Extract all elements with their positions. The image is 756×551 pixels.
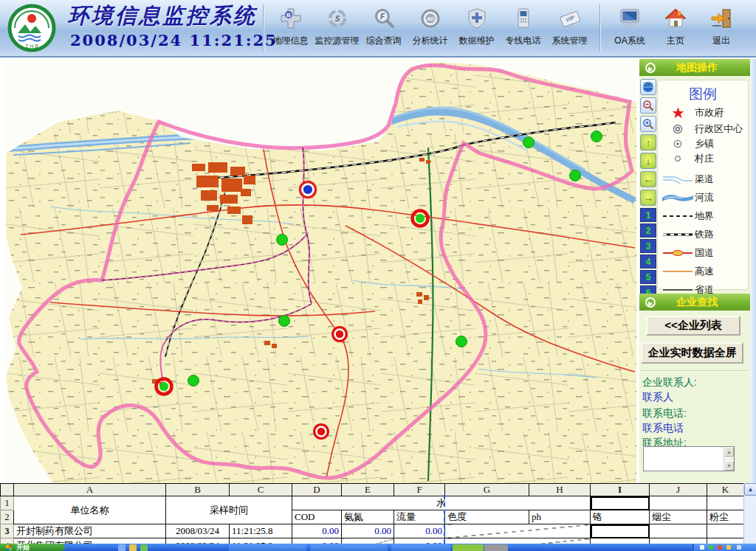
quicklaunch-icon[interactable]	[129, 544, 137, 551]
globe-tool-button[interactable]	[640, 79, 656, 95]
column-header-C[interactable]: C	[230, 484, 292, 496]
column-header-I[interactable]: I	[591, 484, 650, 496]
task-button[interactable]	[229, 544, 306, 551]
sample-time-header-cell[interactable]: 采样时间	[166, 496, 292, 524]
monitor-point-green[interactable]	[456, 336, 467, 347]
nav-item-oa-system[interactable]: OA系统	[607, 4, 653, 53]
pan-down-button[interactable]: ↓	[640, 153, 656, 169]
param-header-cr[interactable]: 铬	[591, 510, 650, 524]
unit-name-header-cell[interactable]: 单位名称	[14, 496, 166, 524]
nav-item-source-mgmt[interactable]: S 监控源管理	[314, 4, 360, 53]
zoom-level-2-button[interactable]: 2	[640, 223, 656, 238]
quicklaunch-icon[interactable]	[118, 544, 126, 551]
monitor-point-green[interactable]	[523, 137, 535, 148]
contact-address-field[interactable]: ▲ ▼	[643, 446, 735, 471]
tray-icon[interactable]	[737, 545, 741, 550]
param-header-nh3n[interactable]: 氨氮	[342, 510, 394, 524]
scroll-up-icon[interactable]: ▲	[744, 483, 756, 496]
zoom-level-4-button[interactable]: 4	[640, 254, 656, 268]
row-header-3[interactable]: 3	[1, 524, 14, 538]
realtime-data-fullscreen-button[interactable]: 企业实时数据全屏	[641, 342, 743, 364]
nav-item-exit[interactable]: 退出	[698, 4, 744, 53]
nav-item-query[interactable]: F 综合查询	[360, 4, 407, 53]
nav-item-statistics[interactable]: AD 分析统计	[407, 4, 453, 53]
no-data-cell[interactable]	[445, 524, 591, 538]
cod-value-cell[interactable]: 0.00	[292, 524, 342, 538]
pan-right-button[interactable]: →	[640, 190, 656, 206]
sample-time-cell[interactable]: 11:21:25.8	[230, 524, 292, 538]
table-cell[interactable]	[650, 496, 707, 510]
city-map[interactable]	[6, 59, 636, 483]
enterprise-list-button[interactable]: <<企业列表	[646, 316, 740, 336]
task-button-active[interactable]	[453, 544, 484, 551]
monitor-point-alarm-red[interactable]	[313, 423, 329, 440]
nav-item-geo-info[interactable]: B 地理信息	[267, 4, 314, 53]
monitor-point-green[interactable]	[591, 131, 602, 142]
tray-icon[interactable]	[718, 545, 722, 550]
param-header-flow[interactable]: 流量	[394, 510, 445, 524]
row-header-2[interactable]: 2	[1, 510, 14, 524]
map-operations-header[interactable]: ▶ 地图操作	[639, 59, 750, 76]
column-header-B[interactable]: B	[166, 484, 230, 496]
row-header-1[interactable]: 1	[1, 496, 14, 510]
zoom-level-5-button[interactable]: 5	[640, 270, 656, 284]
task-button[interactable]	[484, 544, 508, 551]
table-cell[interactable]	[707, 524, 744, 538]
monitor-point-green[interactable]	[279, 316, 290, 327]
tray-icon[interactable]	[709, 545, 713, 550]
zoom-level-1-button[interactable]: 1	[640, 208, 656, 222]
nav-item-hotline[interactable]: 专线电话	[500, 4, 546, 53]
pan-left-button[interactable]: ←	[640, 171, 656, 187]
column-header-A[interactable]: A	[14, 484, 166, 496]
param-header-ph[interactable]: ph	[529, 510, 591, 524]
water-group-header-cell[interactable]: 水	[292, 496, 591, 510]
sheet-corner-cell[interactable]	[1, 484, 14, 496]
selected-cell-I1[interactable]	[591, 496, 650, 510]
zoom-level-3-button[interactable]: 3	[640, 239, 656, 253]
monitor-point-alarm-red[interactable]	[331, 326, 348, 342]
column-header-K[interactable]: K	[707, 484, 744, 496]
column-header-J[interactable]: J	[650, 484, 707, 496]
param-header-smoke[interactable]: 烟尘	[650, 510, 707, 524]
contact-person-value[interactable]: 联系人	[642, 391, 673, 404]
textarea-scrollbar[interactable]: ▲ ▼	[724, 447, 734, 471]
nav-item-system-mgmt[interactable]: VIP 系统管理	[546, 4, 593, 53]
task-button[interactable]	[391, 544, 450, 551]
flow-value-cell[interactable]: 0.00	[394, 524, 445, 538]
window-scrollbar-track[interactable]	[750, 59, 756, 483]
monitor-point-green[interactable]	[277, 235, 288, 246]
nav-item-home[interactable]: 主页	[653, 4, 698, 53]
column-header-F[interactable]: F	[394, 484, 445, 496]
param-header-chroma[interactable]: 色度	[445, 510, 529, 524]
zoom-out-tool-button[interactable]	[640, 97, 656, 114]
monitor-point-green[interactable]	[570, 170, 581, 181]
city-government-marker[interactable]	[300, 182, 316, 198]
nav-item-data-maintenance[interactable]: 数据维护	[453, 4, 500, 53]
param-header-cod[interactable]: COD	[292, 510, 342, 524]
tray-icon[interactable]	[700, 545, 704, 550]
nh3n-value-cell[interactable]: 0.00	[342, 524, 394, 538]
tray-icon[interactable]	[726, 545, 731, 550]
column-header-G[interactable]: G	[445, 484, 529, 496]
scroll-up-icon[interactable]: ▲	[724, 447, 734, 457]
zoom-in-tool-button[interactable]	[640, 116, 656, 132]
contact-phone-value[interactable]: 联系电话	[642, 422, 684, 435]
monitor-icon	[617, 6, 642, 31]
task-button[interactable]	[310, 544, 388, 551]
enterprise-search-header[interactable]: ▶ 企业查找	[639, 294, 750, 311]
unit-name-cell[interactable]: 开封制药有限公司	[14, 524, 166, 538]
active-cell-I3[interactable]	[591, 524, 650, 538]
param-header-dust[interactable]: 粉尘	[707, 510, 744, 524]
start-button[interactable]: 开始	[0, 544, 65, 551]
column-header-H[interactable]: H	[529, 484, 591, 496]
pan-up-button[interactable]: ↑	[640, 134, 656, 150]
sheet-scrollbar[interactable]: ▲	[743, 483, 756, 551]
sample-date-cell[interactable]: 2008/03/24	[166, 524, 230, 538]
monitor-point-green[interactable]	[188, 375, 199, 387]
column-header-E[interactable]: E	[342, 484, 394, 496]
scroll-down-icon[interactable]: ▼	[724, 461, 734, 471]
table-cell[interactable]	[707, 496, 744, 510]
column-header-D[interactable]: D	[292, 484, 342, 496]
table-cell[interactable]	[650, 524, 707, 538]
quicklaunch-icon[interactable]	[140, 544, 148, 551]
